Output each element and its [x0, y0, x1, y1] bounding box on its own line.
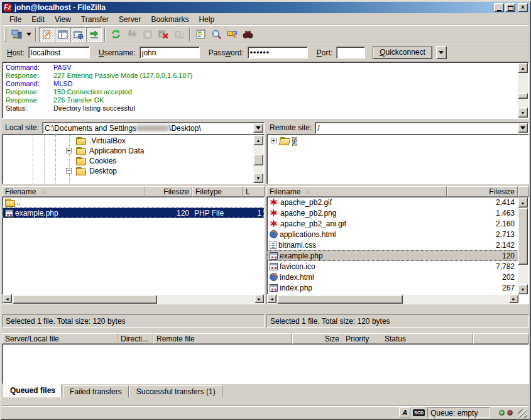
local-path-combobox[interactable]: C:\Documents and Settings\Desktop\	[42, 122, 265, 134]
synchronized-browsing-icon	[227, 29, 238, 40]
column-header-last-modified[interactable]: L	[243, 186, 265, 197]
scroll-left-button[interactable]: ◄	[3, 294, 12, 303]
remote-list-vscrollbar[interactable]: ▲ ▼	[518, 197, 528, 294]
file-row[interactable]: apache_pb2.png 1,463	[267, 207, 518, 218]
column-header-size[interactable]: Size	[292, 333, 342, 344]
file-row[interactable]: index.php 267	[267, 282, 518, 293]
remote-path-combobox[interactable]: /	[315, 122, 529, 134]
username-input[interactable]: john	[140, 47, 200, 58]
scroll-down-button[interactable]: ▼	[518, 284, 528, 294]
find-files-button[interactable]	[240, 27, 256, 42]
image-file-icon	[270, 198, 278, 206]
file-row[interactable]: apache_pb2_ani.gif 2,160	[267, 218, 518, 229]
site-manager-dropdown[interactable]	[25, 27, 33, 42]
synchronized-browsing-button[interactable]	[224, 27, 240, 42]
scd-indicator-icon[interactable]: SCD	[413, 409, 425, 416]
tab-queued-files[interactable]: Queued files	[3, 384, 62, 397]
expand-plus-icon[interactable]: +	[66, 148, 72, 153]
tree-item-cookies[interactable]: Cookies	[3, 156, 253, 166]
menu-view[interactable]: View	[50, 14, 76, 25]
log-scrollbar[interactable]: ▲ ▼	[518, 63, 528, 118]
resize-grip[interactable]	[518, 409, 527, 418]
toggle-queue-button[interactable]	[86, 27, 102, 42]
column-header-status[interactable]: Status	[381, 333, 473, 344]
scrollbar-thumb[interactable]	[277, 295, 403, 304]
menu-transfer[interactable]: Transfer	[76, 14, 114, 25]
scroll-up-button[interactable]: ▲	[518, 197, 528, 207]
local-path-dropdown[interactable]	[253, 123, 263, 133]
toolbar-separator	[189, 28, 190, 41]
quickconnect-dropdown[interactable]	[436, 46, 447, 59]
tree-item-root[interactable]: + /	[267, 136, 528, 146]
toggle-remote-tree-button[interactable]	[70, 27, 86, 42]
tab-successful-transfers[interactable]: Successful transfers (1)	[129, 385, 222, 397]
expand-plus-icon[interactable]: +	[271, 138, 276, 143]
column-header-priority[interactable]: Priority	[342, 333, 381, 344]
file-row[interactable]: applications.html 2,713	[267, 229, 518, 240]
process-queue-button[interactable]	[124, 27, 140, 42]
filter-button[interactable]	[193, 27, 209, 42]
scroll-right-button[interactable]: ►	[255, 294, 264, 303]
menu-server[interactable]: Server	[114, 14, 146, 25]
remote-path-dropdown[interactable]	[518, 123, 528, 133]
file-row[interactable]: bitnami.css 2,142	[267, 240, 518, 250]
file-row[interactable]: apache_pb2.gif 2,414	[267, 197, 518, 207]
minimize-button[interactable]	[494, 3, 504, 12]
local-list-hscrollbar[interactable]: ◄ ►	[3, 295, 264, 304]
column-header-server-local-file[interactable]: Server/Local file	[2, 333, 118, 344]
column-header-filetype[interactable]: Filetype	[192, 186, 243, 197]
menu-edit[interactable]: Edit	[26, 14, 50, 25]
column-header-remote-file[interactable]: Remote file	[153, 333, 292, 344]
file-row[interactable]: index.html 202	[267, 272, 518, 282]
scrollbar-thumb[interactable]	[13, 295, 157, 304]
scroll-down-button[interactable]: ▼	[253, 173, 263, 183]
local-tree-scrollbar[interactable]: ▲ ▼	[253, 135, 263, 183]
scroll-up-button[interactable]: ▲	[518, 63, 528, 73]
toggle-local-tree-button[interactable]	[55, 27, 70, 42]
quickconnect-button[interactable]: Quickconnect	[373, 46, 432, 59]
file-row-parent[interactable]: ..	[3, 197, 264, 207]
scrollbar-thumb[interactable]	[253, 154, 263, 165]
disconnect-button[interactable]	[155, 27, 171, 42]
scrollbar-thumb[interactable]	[518, 93, 528, 99]
close-icon: ×	[521, 4, 525, 11]
remote-list-hscrollbar[interactable]: ◄ ►	[267, 295, 518, 304]
scroll-up-button[interactable]: ▲	[253, 135, 263, 145]
scrollbar-thumb[interactable]	[518, 208, 528, 265]
column-header-filename[interactable]: Filename	[2, 186, 145, 197]
cancel-button[interactable]	[140, 27, 155, 42]
tree-item-application-data[interactable]: + Application Data	[3, 146, 253, 156]
tree-item-virtualbox[interactable]: .VirtualBox	[3, 136, 253, 146]
tab-failed-transfers[interactable]: Failed transfers	[63, 385, 129, 397]
menu-bookmarks[interactable]: Bookmarks	[146, 14, 194, 25]
host-input[interactable]: localhost	[28, 47, 90, 58]
port-input[interactable]	[336, 47, 365, 58]
toggle-message-log-button[interactable]	[39, 27, 55, 42]
transfer-queue-list[interactable]	[2, 344, 529, 384]
column-header-filesize[interactable]: Filesize	[447, 186, 518, 197]
toolbar-grip[interactable]	[4, 28, 6, 41]
filezilla-logo-icon: Fz	[3, 3, 12, 12]
scroll-left-button[interactable]: ◄	[267, 294, 276, 303]
refresh-button[interactable]	[108, 27, 124, 42]
tree-item-desktop[interactable]: − Desktop	[3, 166, 253, 176]
password-input[interactable]: ••••••	[248, 47, 308, 58]
menu-file[interactable]: File	[4, 14, 26, 25]
directory-comparison-button[interactable]	[209, 27, 224, 42]
activity-led-green	[499, 410, 505, 416]
maximize-button[interactable]	[505, 3, 515, 12]
menu-help[interactable]: Help	[194, 14, 219, 25]
collapse-minus-icon[interactable]: −	[66, 168, 72, 174]
column-header-direction[interactable]: Directi...	[118, 333, 153, 344]
column-header-filesize[interactable]: Filesize	[145, 186, 192, 197]
file-row[interactable]: favicon.ico 7,782	[267, 261, 518, 272]
transfer-type-indicator[interactable]: A	[399, 407, 410, 417]
scroll-down-button[interactable]: ▼	[518, 108, 528, 118]
site-manager-button[interactable]	[9, 27, 25, 42]
column-header-filename[interactable]: Filename	[266, 186, 447, 197]
file-row-example-php[interactable]: example.php 120 PHP File 1	[3, 207, 264, 218]
reconnect-button[interactable]	[171, 27, 187, 42]
close-button[interactable]: ×	[518, 3, 528, 12]
file-row-selected[interactable]: example.php 120	[267, 250, 518, 261]
scroll-right-button[interactable]: ►	[509, 294, 518, 303]
